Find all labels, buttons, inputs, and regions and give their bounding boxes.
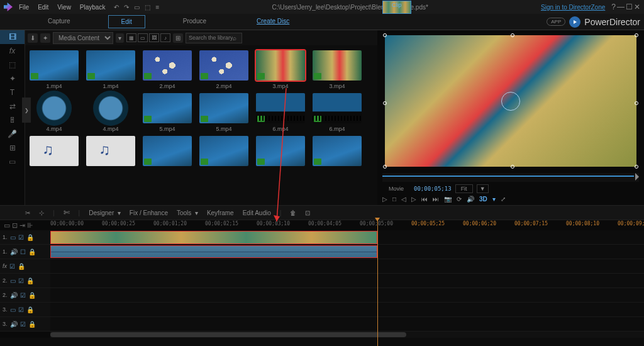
- thumb-4[interactable]: [36, 91, 72, 126]
- thumb-4b[interactable]: [93, 91, 128, 126]
- signin-link[interactable]: Sign in to DirectorZone: [541, 4, 605, 11]
- menu-playback[interactable]: Playback: [80, 4, 106, 11]
- tl-tool-icon[interactable]: ⊡: [12, 221, 18, 230]
- track-body[interactable]: [50, 274, 644, 287]
- thumb-5b[interactable]: [199, 93, 248, 123]
- track-head-fx[interactable]: fx☑🔒: [0, 259, 50, 273]
- resize-handle[interactable]: [635, 101, 638, 105]
- thumb-audio[interactable]: [86, 136, 135, 166]
- audio-clip[interactable]: [50, 245, 377, 258]
- split-icon[interactable]: ⊹: [39, 209, 44, 216]
- resize-handle[interactable]: [511, 33, 514, 37]
- track-body[interactable]: [50, 303, 644, 316]
- tl-tool-icon[interactable]: ⊪: [27, 221, 33, 230]
- track-body[interactable]: [50, 288, 644, 302]
- scroll-thumb[interactable]: [50, 332, 406, 337]
- expand-icon[interactable]: ▾: [492, 196, 496, 203]
- tab-produce[interactable]: Produce: [170, 15, 219, 28]
- fix-enhance-button[interactable]: Fix / Enhance: [130, 209, 168, 216]
- tl-tool-icon[interactable]: ▭: [4, 221, 10, 230]
- undock-icon[interactable]: ⤢: [501, 196, 506, 203]
- trash-icon[interactable]: 🗑: [290, 209, 296, 216]
- track-head-audio-1[interactable]: 1.🔊☐🔒: [0, 245, 50, 259]
- menu-edit[interactable]: Edit: [38, 4, 48, 11]
- redo-icon[interactable]: ↷: [124, 4, 129, 11]
- thumb-extra[interactable]: [313, 136, 362, 166]
- resize-handle[interactable]: [383, 165, 387, 169]
- filter-image-icon[interactable]: 🖼: [149, 33, 159, 42]
- track-head-audio-2[interactable]: 2.🔊☑🔒: [0, 288, 50, 302]
- track-body[interactable]: [50, 245, 644, 259]
- search-icon[interactable]: ⌕: [233, 35, 236, 42]
- audio-mix-icon[interactable]: 🎚: [0, 113, 25, 127]
- track-body[interactable]: [50, 317, 644, 331]
- thumb-audio[interactable]: [30, 136, 79, 166]
- tab-create-disc[interactable]: Create Disc: [244, 15, 302, 28]
- toolbar-icon[interactable]: ▭: [134, 4, 140, 11]
- trim-icon[interactable]: ✂: [25, 209, 30, 216]
- search-box[interactable]: ⌕: [186, 33, 242, 43]
- clip-mode-button[interactable]: Clip: [382, 1, 411, 14]
- tl-tool-icon[interactable]: ⇥: [19, 221, 25, 230]
- tools-dropdown[interactable]: Tools ▾: [177, 209, 198, 216]
- stop-icon[interactable]: □: [392, 196, 396, 203]
- track-head-video-1[interactable]: 1.▭☑🔒: [0, 230, 50, 244]
- thumb-extra[interactable]: [256, 136, 305, 166]
- resize-handle[interactable]: [383, 33, 387, 37]
- timeline-scrollbar[interactable]: [50, 332, 644, 338]
- pip-room-icon[interactable]: ⬚: [0, 58, 25, 72]
- thumb-1[interactable]: [30, 50, 79, 81]
- media-room-icon[interactable]: 🎞: [0, 30, 25, 44]
- filter-audio-icon[interactable]: ♪: [160, 33, 170, 42]
- prev-frame-icon[interactable]: ◁: [401, 196, 406, 203]
- resize-handle[interactable]: [383, 101, 387, 105]
- filter-video-icon[interactable]: ▭: [138, 33, 148, 42]
- close-icon[interactable]: ✕: [634, 3, 640, 11]
- thumb-1b[interactable]: [86, 50, 135, 81]
- title-room-icon[interactable]: T: [0, 86, 25, 99]
- tab-edit[interactable]: Edit: [108, 15, 145, 28]
- track-head-video-2[interactable]: 2.▭☑🔒: [0, 274, 50, 287]
- keyframe-button[interactable]: Keyframe: [207, 209, 234, 216]
- undo-icon[interactable]: ↶: [114, 4, 119, 11]
- resize-handle[interactable]: [635, 33, 638, 37]
- thumb-6b[interactable]: [313, 93, 362, 123]
- resize-handle[interactable]: [635, 165, 638, 169]
- play-icon[interactable]: ▷: [382, 196, 387, 203]
- thumb-2[interactable]: [143, 50, 192, 81]
- thumb-3b[interactable]: [313, 50, 362, 81]
- edit-audio-button[interactable]: Edit Audio: [243, 209, 271, 216]
- video-clip[interactable]: [50, 231, 377, 244]
- time-ruler[interactable]: 00;00;00;0000;00;00;2500;00;01;2000;00;0…: [50, 220, 644, 230]
- track-head-audio-3[interactable]: 3.🔊☑🔒: [0, 317, 50, 331]
- zoom-dropdown[interactable]: ▼: [477, 184, 489, 193]
- menu-view[interactable]: View: [57, 4, 71, 11]
- media-dropdown[interactable]: Media Content: [53, 32, 113, 44]
- chapter-icon[interactable]: ⊞: [0, 141, 25, 155]
- cut-icon[interactable]: ✄: [64, 208, 70, 217]
- maximize-icon[interactable]: ☐: [626, 3, 633, 11]
- help-icon[interactable]: ?: [611, 3, 616, 11]
- filter-all-icon[interactable]: ▦: [126, 33, 136, 42]
- app-badge[interactable]: APP: [547, 18, 565, 26]
- search-input[interactable]: [189, 35, 233, 41]
- track-body[interactable]: [50, 259, 644, 273]
- thumb-6[interactable]: [256, 93, 305, 123]
- tab-capture[interactable]: Capture: [35, 15, 83, 28]
- thumb-extra[interactable]: [143, 136, 192, 166]
- volume-icon[interactable]: 🔊: [467, 196, 474, 203]
- fast-rewind-icon[interactable]: ⏮: [421, 196, 428, 203]
- more-icon[interactable]: ⊡: [305, 209, 310, 216]
- center-crosshair[interactable]: [501, 92, 520, 111]
- snapshot-icon[interactable]: 📷: [444, 196, 452, 203]
- subtitle-icon[interactable]: ▭: [0, 155, 25, 169]
- thumb-extra[interactable]: [199, 136, 248, 166]
- 3d-button[interactable]: 3D: [479, 196, 487, 203]
- timecode[interactable]: 00;00;05;13: [414, 186, 452, 192]
- designer-dropdown[interactable]: Designer ▾: [89, 209, 121, 216]
- progress-bar[interactable]: [382, 173, 639, 182]
- view-icon[interactable]: ⊞: [173, 33, 183, 43]
- transition-room-icon[interactable]: ⇄: [0, 99, 25, 113]
- menu-file[interactable]: File: [19, 4, 29, 11]
- movie-mode-button[interactable]: Movie: [382, 185, 410, 193]
